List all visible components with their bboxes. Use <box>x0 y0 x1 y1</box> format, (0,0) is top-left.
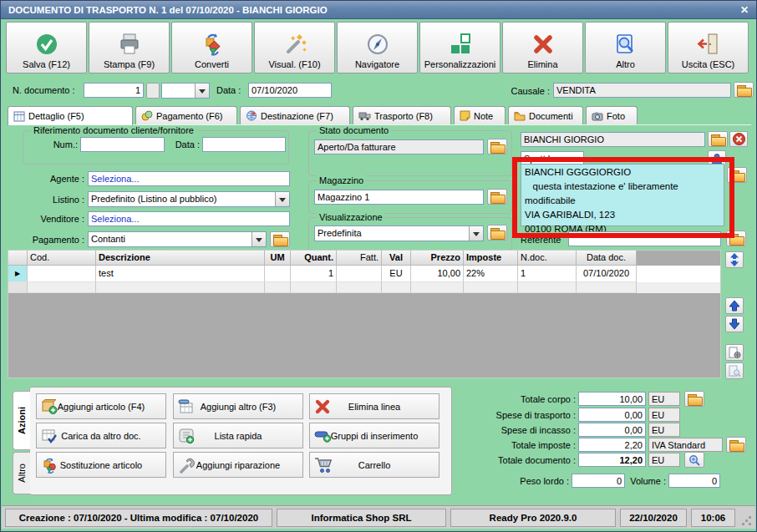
exit-button[interactable]: Uscita (ESC) <box>668 22 749 73</box>
pagamento-folder-icon[interactable] <box>270 231 290 247</box>
sostituzione-articolo-button[interactable]: Sostituzione articolo <box>36 452 166 478</box>
volume-input[interactable]: 0 <box>668 474 720 488</box>
tab-pagamento[interactable]: Pagamento (F6) <box>135 106 237 124</box>
carrello-button[interactable]: Carrello <box>309 452 439 478</box>
cell-um[interactable] <box>265 266 291 282</box>
totale-corpo-folder-icon[interactable] <box>684 391 704 407</box>
col-um[interactable]: UM <box>265 251 291 266</box>
cell-imposte[interactable]: 22% <box>464 266 518 282</box>
causale-folder-icon[interactable] <box>734 82 754 98</box>
save-button[interactable]: Salva (F12) <box>6 22 87 73</box>
cell-prezzo[interactable]: 10,00 <box>411 266 464 282</box>
aggiungi-altro-button[interactable]: Aggiungi altro (F3) <box>173 393 303 419</box>
cell-fatt[interactable] <box>337 266 382 282</box>
row-settings-button[interactable] <box>725 344 744 361</box>
lista-rapida-button[interactable]: Lista rapida <box>173 423 303 448</box>
referente-folder-icon[interactable] <box>726 231 746 246</box>
referente-input[interactable] <box>568 231 721 246</box>
navigator-button[interactable]: Navigatore <box>337 22 418 73</box>
col-fatt[interactable]: Fatt. <box>337 251 382 266</box>
visualizzazione-folder-icon[interactable] <box>487 225 507 241</box>
col-quant[interactable]: Quant. <box>291 251 337 266</box>
aggiungi-altro-label: Aggiungi altro (F3) <box>201 402 277 412</box>
rif-num-input[interactable] <box>80 137 165 152</box>
print-button[interactable]: Stampa (F9) <box>89 22 170 73</box>
pagamento-select[interactable]: Contanti <box>88 231 267 247</box>
row-selector[interactable]: ▶ <box>8 266 28 282</box>
address-folder-icon[interactable] <box>727 167 747 183</box>
magazzino-folder-icon[interactable] <box>487 189 507 205</box>
col-cod[interactable]: Cod. <box>28 251 96 266</box>
visualize-button[interactable]: Visual. (F10) <box>254 22 335 73</box>
spese-trasporto-input[interactable]: 0,00 <box>578 408 646 422</box>
ndoc-spin-button[interactable] <box>146 83 160 99</box>
rif-date-input[interactable] <box>202 137 286 152</box>
tab-azioni[interactable]: Azioni <box>13 391 30 450</box>
stato-input[interactable] <box>314 139 484 155</box>
col-ndoc[interactable]: N.doc. <box>518 251 577 266</box>
tab-dettaglio[interactable]: Dettaglio (F5) <box>8 106 133 125</box>
col-descrizione[interactable]: Descrizione <box>96 251 265 266</box>
tab-documenti[interactable]: Documenti <box>508 106 583 124</box>
elimina-linea-button[interactable]: Elimina linea <box>309 393 439 419</box>
ndoc-series-select[interactable] <box>161 83 210 99</box>
magazzino-input[interactable] <box>314 190 484 205</box>
totale-corpo-input[interactable]: 10,00 <box>578 392 646 406</box>
tab-destinazione[interactable]: Destinazione (F7) <box>240 106 350 124</box>
aggiungi-articolo-button[interactable]: Aggiungi articolo (F4) <box>36 393 166 419</box>
delete-button[interactable]: Elimina <box>502 22 583 73</box>
resize-grip-icon[interactable] <box>742 516 752 526</box>
listino-select[interactable]: Predefinito (Listino al pubblico) <box>88 191 290 207</box>
carica-altro-doc-button[interactable]: Carica da altro doc. <box>36 423 166 448</box>
totale-imposte-input[interactable]: 2,20 <box>578 438 646 452</box>
customer-folder-icon[interactable] <box>708 131 728 147</box>
visualizzazione-select[interactable]: Predefinita <box>314 225 484 241</box>
row-search-button[interactable] <box>725 362 744 379</box>
iva-folder-icon[interactable] <box>726 437 746 453</box>
cell-ndoc[interactable]: 1 <box>518 266 577 282</box>
cell-cod[interactable] <box>28 266 96 282</box>
chevron-down-icon[interactable] <box>275 192 289 206</box>
row-move-button[interactable] <box>725 251 744 268</box>
tab-trasporto[interactable]: Trasporto (F8) <box>353 106 451 124</box>
col-datadoc[interactable]: Data doc. <box>577 251 637 266</box>
convert-label: Converti <box>195 59 229 69</box>
row-down-button[interactable] <box>725 316 744 332</box>
aggiungi-riparazione-label: Aggiungi riparazione <box>196 460 280 470</box>
chevron-down-icon[interactable] <box>251 232 266 246</box>
agente-input[interactable] <box>88 171 290 186</box>
totale-documento-input[interactable]: 12,20 <box>578 453 646 467</box>
aggiungi-riparazione-button[interactable]: Aggiungi riparazione <box>173 452 303 478</box>
customer-name-input[interactable] <box>521 132 705 147</box>
date-input[interactable] <box>248 83 332 98</box>
row-up-button[interactable] <box>725 297 744 314</box>
chevron-down-icon[interactable] <box>195 84 209 98</box>
stato-folder-icon[interactable] <box>487 139 507 155</box>
gruppi-inserimento-button[interactable]: Gruppi di inserimento <box>309 423 439 448</box>
cell-val[interactable]: EU <box>382 266 411 282</box>
ndoc-input[interactable] <box>84 83 144 98</box>
cell-datadoc[interactable]: 07/10/2020 <box>577 266 637 282</box>
customizations-label: Personalizzazioni <box>424 59 496 69</box>
other-button[interactable]: Altro <box>585 22 666 73</box>
customizations-button[interactable]: Personalizzazioni <box>419 22 500 73</box>
spese-incasso-input[interactable]: 0,00 <box>578 423 646 437</box>
table-row[interactable]: ▶ test 1 EU 10,00 22% 1 07/10/2020 <box>8 266 720 282</box>
tab-foto[interactable]: Foto <box>586 106 638 124</box>
chevron-down-icon[interactable] <box>469 226 483 241</box>
close-icon[interactable]: ✕ <box>740 4 749 16</box>
cell-quant[interactable]: 1 <box>291 266 337 282</box>
peso-lordo-input[interactable]: 0 <box>572 474 625 488</box>
col-imposte[interactable]: Imposte <box>464 251 518 266</box>
col-val[interactable]: Val <box>382 251 411 266</box>
col-prezzo[interactable]: Prezzo <box>411 251 464 266</box>
customer-address-textarea[interactable]: BIANCHI GGGGIORGIO questa intestazione e… <box>521 164 724 226</box>
tab-altro[interactable]: Altro <box>13 452 30 494</box>
causale-input[interactable] <box>553 83 731 98</box>
totale-zoom-button[interactable] <box>684 452 704 468</box>
customer-clear-button[interactable] <box>729 131 748 147</box>
cell-descrizione[interactable]: test <box>96 266 265 282</box>
convert-button[interactable]: Converti <box>171 22 252 73</box>
tab-note[interactable]: Note <box>454 106 506 124</box>
venditore-input[interactable] <box>88 211 290 226</box>
